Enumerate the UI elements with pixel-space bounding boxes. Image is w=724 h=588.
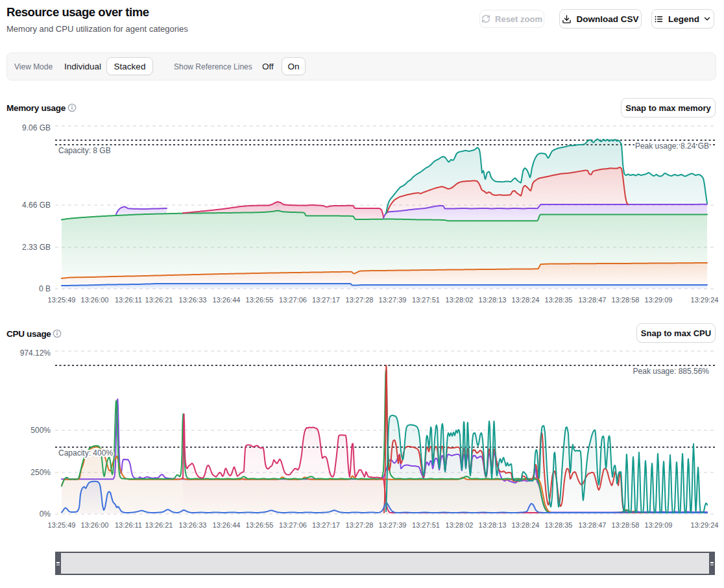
svg-text:13:28:47: 13:28:47 (579, 296, 607, 304)
svg-text:13:28:24: 13:28:24 (512, 521, 540, 529)
svg-text:13:26:00: 13:26:00 (81, 296, 109, 304)
svg-text:13:27:51: 13:27:51 (412, 521, 440, 529)
svg-text:13:29:24: 13:29:24 (691, 296, 719, 304)
svg-text:Peak usage: 8.24 GB: Peak usage: 8.24 GB (635, 141, 709, 151)
svg-text:13:26:21: 13:26:21 (145, 296, 173, 304)
svg-text:13:29:09: 13:29:09 (645, 521, 673, 529)
svg-text:13:28:13: 13:28:13 (479, 521, 507, 529)
svg-text:Capacity: 400%: Capacity: 400% (58, 448, 113, 458)
svg-text:13:25:49: 13:25:49 (48, 296, 76, 304)
svg-text:Peak usage: 885.56%: Peak usage: 885.56% (633, 367, 710, 376)
svg-text:13:26:44: 13:26:44 (213, 521, 241, 529)
svg-text:4.66 GB: 4.66 GB (22, 201, 51, 210)
svg-text:13:28:02: 13:28:02 (446, 296, 474, 304)
svg-text:13:28:47: 13:28:47 (579, 521, 607, 529)
svg-text:13:27:51: 13:27:51 (412, 296, 440, 304)
svg-text:13:29:24: 13:29:24 (691, 521, 719, 529)
svg-text:13:27:39: 13:27:39 (379, 521, 407, 529)
svg-text:2.33 GB: 2.33 GB (22, 243, 51, 252)
svg-text:13:27:17: 13:27:17 (312, 521, 340, 529)
svg-text:13:27:28: 13:27:28 (346, 521, 374, 529)
svg-text:13:27:06: 13:27:06 (279, 296, 307, 304)
svg-text:13:26:00: 13:26:00 (81, 521, 109, 529)
svg-text:13:26:11: 13:26:11 (115, 296, 142, 304)
svg-text:13:25:49: 13:25:49 (48, 521, 76, 529)
svg-text:13:28:35: 13:28:35 (545, 521, 573, 529)
svg-text:13:26:55: 13:26:55 (246, 521, 274, 529)
svg-text:13:28:13: 13:28:13 (479, 296, 507, 304)
svg-text:250%: 250% (30, 468, 51, 477)
svg-text:13:26:33: 13:26:33 (179, 521, 207, 529)
svg-text:13:26:33: 13:26:33 (179, 296, 207, 304)
svg-text:13:27:28: 13:27:28 (346, 296, 374, 304)
svg-text:13:27:39: 13:27:39 (379, 296, 407, 304)
svg-text:974.12%: 974.12% (20, 349, 51, 358)
svg-text:13:27:06: 13:27:06 (279, 521, 307, 529)
svg-text:13:26:55: 13:26:55 (246, 296, 274, 304)
svg-text:500%: 500% (30, 426, 51, 435)
svg-text:13:29:09: 13:29:09 (645, 296, 673, 304)
svg-text:13:28:35: 13:28:35 (545, 296, 573, 304)
svg-text:0 B: 0 B (39, 284, 51, 293)
svg-text:13:26:11: 13:26:11 (115, 521, 142, 529)
svg-text:Capacity: 8 GB: Capacity: 8 GB (58, 146, 111, 155)
svg-text:13:26:21: 13:26:21 (145, 521, 173, 529)
svg-text:13:26:44: 13:26:44 (213, 296, 241, 304)
svg-text:13:28:58: 13:28:58 (612, 296, 640, 304)
svg-text:9.06 GB: 9.06 GB (22, 123, 51, 132)
svg-text:13:28:02: 13:28:02 (446, 521, 474, 529)
svg-text:13:27:17: 13:27:17 (312, 296, 340, 304)
svg-text:13:28:24: 13:28:24 (512, 296, 540, 304)
svg-text:13:28:58: 13:28:58 (612, 521, 640, 529)
svg-text:0%: 0% (40, 509, 51, 519)
